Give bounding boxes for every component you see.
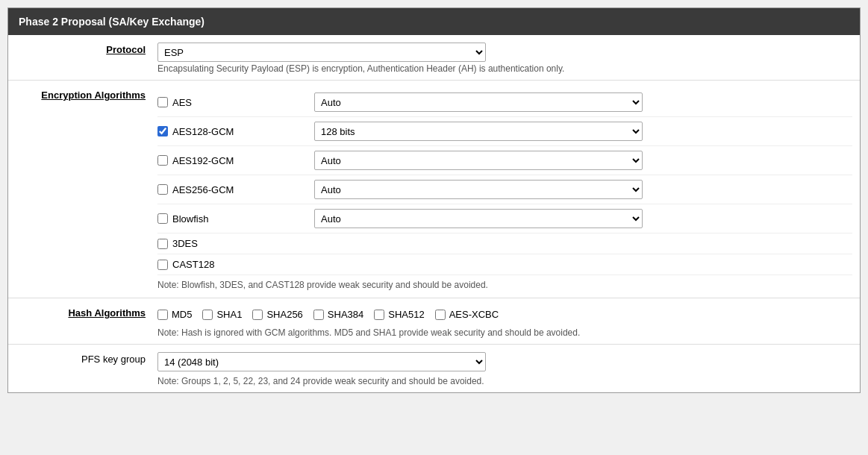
panel-title: Phase 2 Proposal (SA/Key Exchange): [8, 8, 860, 35]
hash-sha512-checkbox[interactable]: [374, 310, 384, 320]
hash-sha512-label[interactable]: SHA512: [374, 309, 424, 320]
enc-aes-row: AES Auto 128 bits 192 bits 256 bits: [157, 88, 852, 117]
pfs-note: Note: Groups 1, 2, 5, 22, 23, and 24 pro…: [157, 376, 852, 386]
protocol-select[interactable]: ESP AH: [157, 43, 486, 62]
hash-sha1-label[interactable]: SHA1: [202, 309, 242, 320]
hash-sha384-text: SHA384: [328, 309, 363, 320]
hash-content: MD5 SHA1 SHA256 SHA384 SHA512: [157, 304, 852, 338]
enc-aes256gcm-bits[interactable]: Auto 128 bits 192 bits 256 bits: [314, 180, 643, 199]
hash-sha256-checkbox[interactable]: [252, 310, 263, 320]
enc-aes-checkbox[interactable]: [157, 97, 168, 107]
enc-blowfish-row: Blowfish Auto 128 bits 192 bits 256 bits: [157, 204, 852, 233]
hash-label: Hash Algorithms: [16, 304, 157, 318]
enc-aes192gcm-row: AES192-GCM Auto 128 bits 192 bits 256 bi…: [157, 146, 852, 175]
enc-aes-label[interactable]: AES: [157, 97, 307, 108]
hash-aesxcbc-text: AES-XCBC: [449, 309, 499, 320]
enc-blowfish-label[interactable]: Blowfish: [157, 213, 307, 225]
enc-aes192gcm-checkbox[interactable]: [157, 155, 168, 166]
hash-sha1-checkbox[interactable]: [202, 310, 213, 320]
pfs-select[interactable]: 1 (768 bit) 2 (1024 bit) 5 (1536 bit) 14…: [157, 352, 486, 371]
enc-aes256gcm-label[interactable]: AES256-GCM: [157, 184, 307, 195]
enc-aes128gcm-checkbox[interactable]: [157, 126, 168, 136]
enc-blowfish-checkbox[interactable]: [157, 213, 168, 224]
enc-cast128-row: CAST128: [157, 254, 852, 275]
hash-md5-checkbox[interactable]: [157, 310, 168, 320]
hash-aesxcbc-label[interactable]: AES-XCBC: [435, 309, 499, 320]
hash-aesxcbc-checkbox[interactable]: [435, 310, 446, 320]
encryption-label: Encryption Algorithms: [16, 87, 157, 101]
enc-aes128gcm-label[interactable]: AES128-GCM: [157, 126, 307, 137]
enc-aes128gcm-bits[interactable]: Auto 128 bits 192 bits 256 bits: [314, 122, 643, 141]
hash-sha256-label[interactable]: SHA256: [252, 309, 302, 320]
protocol-row: Protocol ESP AH Encapsulating Security P…: [8, 35, 860, 81]
hash-md5-text: MD5: [172, 309, 192, 320]
enc-cast128-checkbox[interactable]: [157, 260, 168, 270]
enc-3des-row: 3DES: [157, 233, 852, 254]
enc-blowfish-text: Blowfish: [172, 213, 208, 225]
hash-note: Note: Hash is ignored with GCM algorithm…: [157, 327, 852, 338]
enc-aes128gcm-row: AES128-GCM Auto 128 bits 192 bits 256 bi…: [157, 117, 852, 146]
panel-title-text: Phase 2 Proposal (SA/Key Exchange): [19, 16, 204, 28]
hash-sha384-checkbox[interactable]: [313, 310, 324, 320]
enc-3des-text: 3DES: [172, 238, 198, 249]
protocol-content: ESP AH Encapsulating Security Payload (E…: [157, 41, 852, 74]
enc-3des-checkbox[interactable]: [157, 239, 168, 249]
enc-aes256gcm-row: AES256-GCM Auto 128 bits 192 bits 256 bi…: [157, 175, 852, 204]
pfs-row: PFS key group 1 (768 bit) 2 (1024 bit) 5…: [8, 345, 860, 392]
hash-sha1-text: SHA1: [216, 309, 242, 320]
pfs-content: 1 (768 bit) 2 (1024 bit) 5 (1536 bit) 14…: [157, 351, 852, 386]
enc-aes128gcm-text: AES128-GCM: [172, 126, 234, 137]
hash-row: Hash Algorithms MD5 SHA1 SHA256 SHA384: [8, 298, 860, 345]
enc-aes256gcm-text: AES256-GCM: [172, 184, 234, 195]
protocol-label: Protocol: [16, 41, 157, 55]
hash-sha384-label[interactable]: SHA384: [313, 309, 363, 320]
protocol-description: Encapsulating Security Payload (ESP) is …: [157, 63, 852, 74]
enc-3des-label[interactable]: 3DES: [157, 238, 307, 249]
hash-sha256-text: SHA256: [266, 309, 302, 320]
phase2-panel: Phase 2 Proposal (SA/Key Exchange) Proto…: [7, 7, 861, 393]
encryption-row: Encryption Algorithms AES Auto 128 bits …: [8, 81, 860, 298]
pfs-label: PFS key group: [16, 351, 157, 365]
enc-aes256gcm-checkbox[interactable]: [157, 184, 168, 195]
encryption-note: Note: Blowfish, 3DES, and CAST128 provid…: [157, 275, 852, 292]
enc-aes-bits[interactable]: Auto 128 bits 192 bits 256 bits: [314, 92, 643, 112]
enc-blowfish-bits[interactable]: Auto 128 bits 192 bits 256 bits: [314, 209, 643, 228]
enc-cast128-label[interactable]: CAST128: [157, 259, 307, 270]
enc-aes192gcm-bits[interactable]: Auto 128 bits 192 bits 256 bits: [314, 151, 643, 170]
enc-aes-text: AES: [172, 97, 192, 108]
enc-aes192gcm-text: AES192-GCM: [172, 155, 234, 166]
hash-sha512-text: SHA512: [388, 309, 424, 320]
enc-aes192gcm-label[interactable]: AES192-GCM: [157, 155, 307, 166]
enc-cast128-text: CAST128: [172, 259, 214, 270]
encryption-content: AES Auto 128 bits 192 bits 256 bits AES1…: [157, 87, 852, 292]
hash-algorithms-row: MD5 SHA1 SHA256 SHA384 SHA512: [157, 306, 852, 323]
hash-md5-label[interactable]: MD5: [157, 309, 192, 320]
